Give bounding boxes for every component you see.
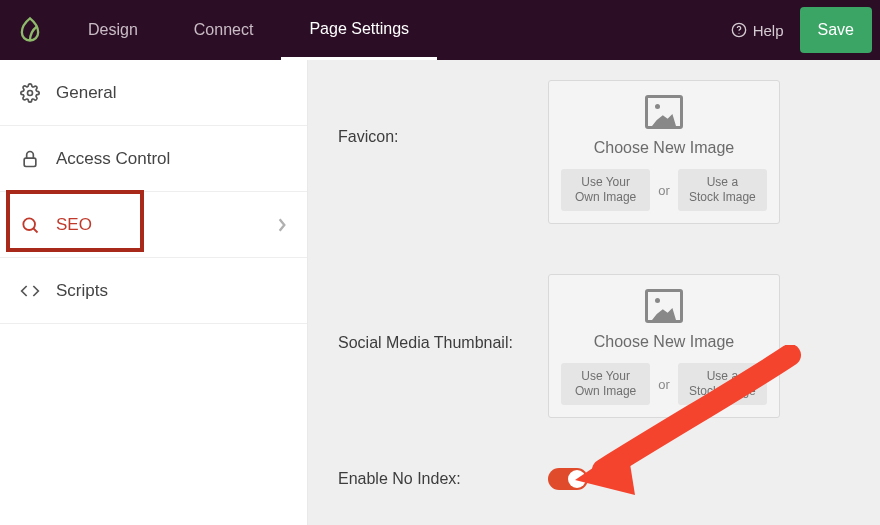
sidebar-item-label: Access Control (56, 149, 170, 169)
use-own-image-button[interactable]: Use Your Own Image (561, 169, 650, 211)
image-placeholder-icon (645, 289, 683, 323)
tab-connect[interactable]: Connect (166, 0, 282, 60)
favicon-image-card: Choose New Image Use Your Own Image or U… (548, 80, 780, 224)
svg-point-2 (28, 90, 33, 95)
no-index-field: Enable No Index: (338, 468, 850, 490)
sidebar-item-label: Scripts (56, 281, 108, 301)
svg-line-5 (34, 228, 38, 232)
help-button[interactable]: Help (715, 22, 800, 39)
content-panel: Favicon: Choose New Image Use Your Own I… (308, 60, 880, 525)
nav-tabs: Design Connect Page Settings (60, 0, 437, 60)
no-index-label: Enable No Index: (338, 470, 548, 488)
sidebar-item-seo[interactable]: SEO (0, 192, 307, 258)
app-logo (0, 0, 60, 60)
use-stock-image-button[interactable]: Use a Stock Image (678, 169, 767, 211)
search-icon (20, 215, 40, 235)
use-stock-image-button[interactable]: Use a Stock Image (678, 363, 767, 405)
favicon-field: Favicon: Choose New Image Use Your Own I… (338, 80, 850, 224)
or-text: or (658, 183, 670, 198)
or-text: or (658, 377, 670, 392)
topbar: Design Connect Page Settings Help Save (0, 0, 880, 60)
save-button[interactable]: Save (800, 7, 872, 53)
svg-rect-3 (24, 158, 36, 166)
sidebar-item-access[interactable]: Access Control (0, 126, 307, 192)
svg-point-1 (738, 33, 739, 34)
sidebar: General Access Control SEO Script (0, 60, 308, 525)
sidebar-item-label: General (56, 83, 116, 103)
sidebar-item-scripts[interactable]: Scripts (0, 258, 307, 324)
sidebar-item-general[interactable]: General (0, 60, 307, 126)
social-thumbnail-field: Social Media Thumbnail: Choose New Image… (338, 274, 850, 418)
use-own-image-button[interactable]: Use Your Own Image (561, 363, 650, 405)
image-placeholder-icon (645, 95, 683, 129)
help-label: Help (753, 22, 784, 39)
choose-image-text: Choose New Image (594, 333, 735, 351)
social-label: Social Media Thumbnail: (338, 274, 548, 352)
gear-icon (20, 83, 40, 103)
svg-point-4 (23, 218, 35, 230)
social-image-card: Choose New Image Use Your Own Image or U… (548, 274, 780, 418)
favicon-label: Favicon: (338, 80, 548, 146)
help-icon (731, 22, 747, 38)
lock-icon (20, 149, 40, 169)
tab-design[interactable]: Design (60, 0, 166, 60)
no-index-toggle[interactable] (548, 468, 588, 490)
code-icon (20, 281, 40, 301)
body-area: General Access Control SEO Script (0, 60, 880, 525)
chevron-right-icon (277, 218, 287, 232)
tab-page-settings[interactable]: Page Settings (281, 0, 437, 60)
choose-image-text: Choose New Image (594, 139, 735, 157)
sidebar-item-label: SEO (56, 215, 92, 235)
